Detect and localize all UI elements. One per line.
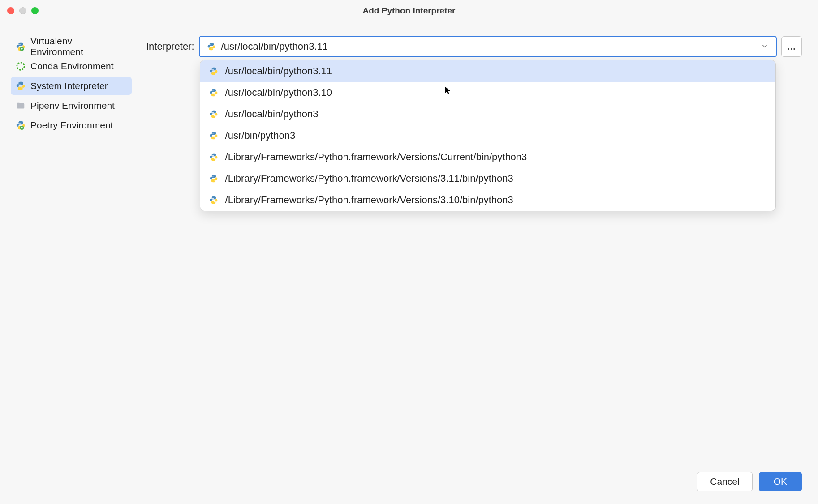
interpreter-combobox[interactable]: /usr/local/bin/python3.11 /usr/local/bin… xyxy=(199,36,777,57)
folder-icon xyxy=(15,100,26,111)
python-icon xyxy=(208,152,219,162)
python-icon xyxy=(206,41,217,52)
interpreter-dropdown: /usr/local/bin/python3.11 /usr/local/bin… xyxy=(200,60,776,211)
sidebar-item-system[interactable]: System Interpreter xyxy=(11,77,132,95)
svg-point-2 xyxy=(17,63,25,70)
close-window-button[interactable] xyxy=(7,7,14,14)
titlebar: Add Python Interpreter xyxy=(0,0,818,21)
dropdown-item-text: /usr/local/bin/python3.10 xyxy=(225,87,332,98)
python-v2-icon: V xyxy=(15,120,26,131)
main-panel: Interpreter: /usr/local/bin/python3.11 xyxy=(139,36,818,472)
dropdown-item[interactable]: /usr/local/bin/python3.10 xyxy=(200,82,775,103)
maximize-window-button[interactable] xyxy=(31,7,39,14)
dialog-window: Add Python Interpreter V Virtualenv Envi… xyxy=(0,0,818,504)
cancel-button[interactable]: Cancel xyxy=(697,472,752,491)
sidebar-item-label: Pipenv Environment xyxy=(30,100,115,111)
sidebar-item-label: Poetry Environment xyxy=(30,120,113,131)
browse-button[interactable]: ... xyxy=(781,36,802,57)
dropdown-item[interactable]: /Library/Frameworks/Python.framework/Ver… xyxy=(200,146,775,168)
sidebar: V Virtualenv Environment Conda Environme… xyxy=(0,36,139,472)
python-icon xyxy=(208,130,219,141)
interpreter-label: Interpreter: xyxy=(146,41,194,52)
python-icon xyxy=(208,87,219,98)
sidebar-item-pipenv[interactable]: Pipenv Environment xyxy=(11,97,132,115)
traffic-lights xyxy=(7,7,39,14)
svg-text:V: V xyxy=(21,126,23,130)
dropdown-item[interactable]: /usr/local/bin/python3 xyxy=(200,103,775,125)
conda-icon xyxy=(15,61,26,72)
dropdown-item-text: /usr/bin/python3 xyxy=(225,130,296,141)
content-area: V Virtualenv Environment Conda Environme… xyxy=(0,21,818,472)
dropdown-item-text: /Library/Frameworks/Python.framework/Ver… xyxy=(225,194,513,206)
python-icon xyxy=(208,109,219,120)
interpreter-row: Interpreter: /usr/local/bin/python3.11 xyxy=(146,36,802,57)
python-v-icon: V xyxy=(15,41,26,52)
python-icon xyxy=(208,173,219,184)
minimize-window-button[interactable] xyxy=(19,7,26,14)
dropdown-item-text: /Library/Frameworks/Python.framework/Ver… xyxy=(225,173,513,184)
chevron-down-icon xyxy=(761,42,770,51)
dropdown-item-text: /usr/local/bin/python3 xyxy=(225,108,319,120)
svg-text:V: V xyxy=(21,47,23,51)
python-icon xyxy=(15,81,26,91)
dropdown-item[interactable]: /usr/local/bin/python3.11 xyxy=(200,60,775,82)
dropdown-item[interactable]: /usr/bin/python3 xyxy=(200,125,775,146)
sidebar-item-poetry[interactable]: V Poetry Environment xyxy=(11,116,132,134)
window-title: Add Python Interpreter xyxy=(363,6,456,16)
interpreter-selected-value: /usr/local/bin/python3.11 xyxy=(221,41,761,52)
dialog-footer: Cancel OK xyxy=(0,472,818,504)
dropdown-item-text: /Library/Frameworks/Python.framework/Ver… xyxy=(225,151,527,163)
dropdown-item[interactable]: /Library/Frameworks/Python.framework/Ver… xyxy=(200,168,775,189)
sidebar-item-label: System Interpreter xyxy=(30,81,108,91)
python-icon xyxy=(208,66,219,77)
dropdown-item[interactable]: /Library/Frameworks/Python.framework/Ver… xyxy=(200,189,775,211)
sidebar-item-virtualenv[interactable]: V Virtualenv Environment xyxy=(11,38,132,56)
sidebar-item-label: Conda Environment xyxy=(30,61,114,72)
sidebar-item-label: Virtualenv Environment xyxy=(30,36,127,57)
sidebar-item-conda[interactable]: Conda Environment xyxy=(11,57,132,75)
dropdown-item-text: /usr/local/bin/python3.11 xyxy=(225,65,332,77)
python-icon xyxy=(208,195,219,205)
ok-button[interactable]: OK xyxy=(759,472,802,491)
